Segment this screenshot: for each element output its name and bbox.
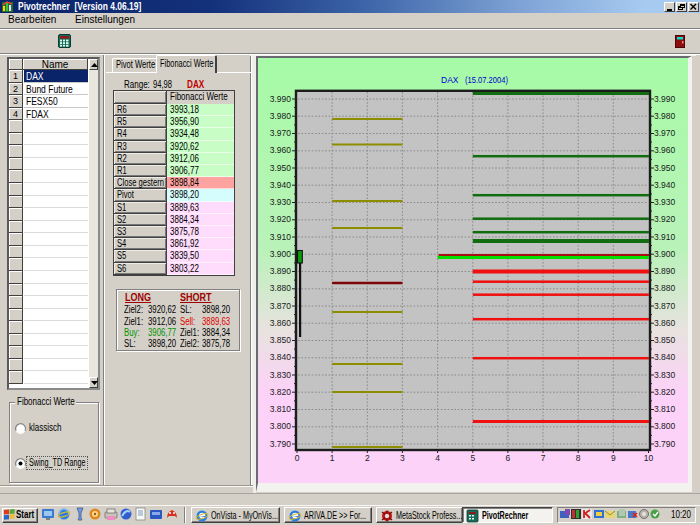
svg-text:8: 8 bbox=[576, 453, 581, 463]
svg-text:3.850: 3.850 bbox=[654, 335, 676, 345]
svg-text:3.800: 3.800 bbox=[270, 421, 292, 431]
svg-text:7: 7 bbox=[541, 453, 546, 463]
svg-text:3.950: 3.950 bbox=[654, 163, 676, 173]
svg-text:3: 3 bbox=[400, 453, 405, 463]
svg-text:(15.07.2004): (15.07.2004) bbox=[465, 75, 508, 85]
svg-text:3.890: 3.890 bbox=[270, 266, 292, 276]
svg-text:3.880: 3.880 bbox=[270, 283, 292, 293]
svg-text:3.980: 3.980 bbox=[270, 111, 292, 121]
svg-text:3.820: 3.820 bbox=[654, 387, 676, 397]
svg-text:3.810: 3.810 bbox=[270, 404, 292, 414]
svg-text:3.960: 3.960 bbox=[270, 145, 292, 155]
svg-text:3.930: 3.930 bbox=[270, 197, 292, 207]
svg-text:3.870: 3.870 bbox=[270, 301, 292, 311]
svg-text:3.920: 3.920 bbox=[270, 214, 292, 224]
svg-text:3.840: 3.840 bbox=[654, 352, 676, 362]
svg-text:9: 9 bbox=[611, 453, 616, 463]
svg-text:5: 5 bbox=[470, 453, 475, 463]
svg-text:3.990: 3.990 bbox=[654, 94, 676, 104]
svg-text:3.910: 3.910 bbox=[654, 232, 676, 242]
svg-text:3.820: 3.820 bbox=[270, 387, 292, 397]
svg-text:6: 6 bbox=[506, 453, 511, 463]
svg-text:3.790: 3.790 bbox=[654, 439, 676, 449]
svg-text:3.980: 3.980 bbox=[654, 111, 676, 121]
svg-text:3.790: 3.790 bbox=[270, 439, 292, 449]
svg-text:2: 2 bbox=[365, 453, 370, 463]
svg-text:3.920: 3.920 bbox=[654, 214, 676, 224]
svg-text:1: 1 bbox=[330, 453, 335, 463]
svg-text:3.970: 3.970 bbox=[270, 128, 292, 138]
svg-text:3.800: 3.800 bbox=[654, 421, 676, 431]
svg-text:4: 4 bbox=[435, 453, 440, 463]
svg-text:3.990: 3.990 bbox=[270, 94, 292, 104]
svg-text:3.900: 3.900 bbox=[270, 249, 292, 259]
svg-text:3.960: 3.960 bbox=[654, 145, 676, 155]
svg-text:0: 0 bbox=[295, 453, 300, 463]
svg-text:3.840: 3.840 bbox=[270, 352, 292, 362]
svg-text:3.860: 3.860 bbox=[654, 318, 676, 328]
svg-text:3.830: 3.830 bbox=[270, 370, 292, 380]
svg-text:3.850: 3.850 bbox=[270, 335, 292, 345]
svg-text:3.830: 3.830 bbox=[654, 370, 676, 380]
svg-text:3.940: 3.940 bbox=[654, 180, 676, 190]
svg-text:3.900: 3.900 bbox=[654, 249, 676, 259]
svg-text:3.890: 3.890 bbox=[654, 266, 676, 276]
svg-text:3.880: 3.880 bbox=[654, 283, 676, 293]
svg-text:3.910: 3.910 bbox=[270, 232, 292, 242]
svg-text:DAX: DAX bbox=[441, 75, 459, 85]
svg-text:3.970: 3.970 bbox=[654, 128, 676, 138]
svg-text:3.860: 3.860 bbox=[270, 318, 292, 328]
svg-text:3.930: 3.930 bbox=[654, 197, 676, 207]
svg-text:3.870: 3.870 bbox=[654, 301, 676, 311]
svg-text:3.950: 3.950 bbox=[270, 163, 292, 173]
svg-text:3.940: 3.940 bbox=[270, 180, 292, 190]
svg-text:3.810: 3.810 bbox=[654, 404, 676, 414]
svg-text:10: 10 bbox=[644, 453, 654, 463]
